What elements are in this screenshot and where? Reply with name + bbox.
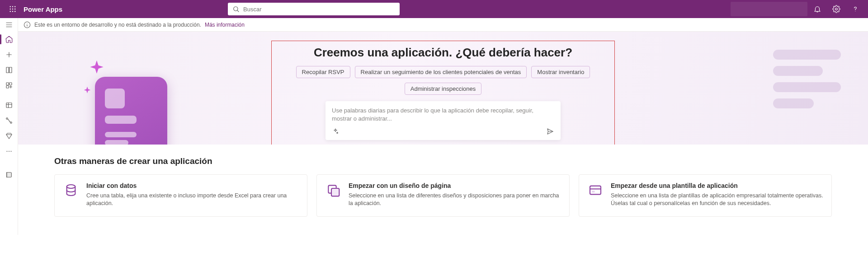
send-icon	[546, 127, 554, 136]
environment-switcher[interactable]	[731, 2, 807, 16]
card-desc: Cree una tabla, elija una existente o in…	[86, 192, 299, 207]
search-wrapper	[228, 3, 400, 15]
hamburger-icon	[5, 21, 13, 29]
notifications-button[interactable]	[808, 0, 826, 18]
svg-point-1	[12, 6, 13, 7]
chip-rsvp[interactable]: Recopilar RSVP	[296, 66, 350, 78]
chip-sales-leads[interactable]: Realizar un seguimiento de los clientes …	[355, 66, 527, 78]
info-bar-link[interactable]: Más información	[205, 22, 245, 28]
svg-rect-14	[9, 83, 11, 85]
chip-inspections[interactable]: Administrar inspecciones	[405, 83, 482, 95]
sparkle-attach-icon[interactable]	[332, 128, 339, 135]
info-icon	[24, 21, 31, 28]
svg-point-3	[10, 9, 11, 9]
svg-point-22	[67, 185, 75, 188]
apps-icon	[5, 81, 13, 89]
copilot-prompt-placeholder: Use palabras diarias para describir lo q…	[332, 107, 554, 123]
hero-illustration	[95, 77, 181, 145]
template-icon	[587, 182, 604, 198]
chip-inventory[interactable]: Mostrar inventario	[531, 66, 590, 78]
suggestion-chips: Recopilar RSVP Realizar un seguimiento d…	[276, 66, 610, 95]
card-title: Empezar desde una plantilla de aplicació…	[611, 182, 823, 189]
app-header: Power Apps	[0, 0, 868, 18]
svg-rect-15	[6, 86, 9, 88]
flow-icon	[5, 117, 13, 125]
search-icon	[232, 5, 240, 13]
app-launcher-button[interactable]	[4, 0, 22, 18]
data-icon	[63, 182, 79, 198]
nav-solutions[interactable]	[0, 128, 18, 144]
nav-more[interactable]	[0, 144, 18, 159]
help-button[interactable]	[846, 0, 864, 18]
main-content: Creemos una aplicación. ¿Qué debería hac…	[18, 32, 868, 235]
power-platform-icon	[5, 171, 13, 179]
svg-point-4	[12, 9, 13, 9]
section-heading: Otras maneras de crear una aplicación	[54, 156, 832, 166]
card-start-from-template[interactable]: Empezar desde una plantilla de aplicació…	[579, 174, 832, 217]
book-icon	[5, 66, 13, 74]
card-desc: Seleccione en una lista de plantillas de…	[611, 192, 823, 207]
gear-icon	[832, 5, 840, 13]
sparkle-icon	[82, 86, 92, 96]
nav-flows[interactable]	[0, 113, 18, 128]
svg-point-9	[234, 7, 238, 11]
nav-create[interactable]	[0, 47, 18, 62]
svg-rect-16	[6, 103, 12, 108]
waffle-icon	[9, 5, 17, 13]
hamburger-button[interactable]	[0, 18, 18, 32]
nav-apps[interactable]	[0, 78, 18, 93]
search-input[interactable]	[228, 3, 400, 15]
svg-point-10	[835, 8, 838, 10]
svg-rect-13	[6, 83, 9, 85]
svg-point-8	[14, 11, 15, 12]
svg-point-5	[14, 9, 15, 9]
home-icon	[5, 35, 13, 43]
hero-title: Creemos una aplicación. ¿Qué debería hac…	[276, 46, 610, 60]
hero-highlight-box: Creemos una aplicación. ¿Qué debería hac…	[271, 41, 615, 145]
settings-button[interactable]	[827, 0, 845, 18]
bell-icon	[813, 5, 821, 13]
svg-point-2	[14, 6, 15, 7]
layout-icon	[325, 182, 341, 198]
nav-home[interactable]	[0, 32, 18, 47]
svg-point-20	[9, 151, 9, 152]
brand-title: Power Apps	[24, 5, 62, 13]
more-icon	[5, 147, 13, 155]
svg-rect-25	[590, 186, 601, 195]
left-nav	[0, 32, 18, 235]
info-bar: Este es un entorno de desarrollo y no es…	[18, 18, 868, 32]
nav-tables[interactable]	[0, 98, 18, 113]
help-icon	[851, 5, 859, 13]
table-icon	[5, 101, 13, 109]
send-button[interactable]	[546, 127, 554, 136]
svg-point-11	[855, 11, 855, 11]
card-start-with-page-design[interactable]: Empezar con un diseño de página Seleccio…	[316, 174, 570, 217]
solutions-icon	[5, 132, 13, 140]
svg-point-7	[12, 11, 13, 12]
copilot-prompt-box[interactable]: Use palabras diarias para describir lo q…	[326, 101, 561, 140]
card-desc: Seleccione en una lista de diferentes di…	[349, 192, 561, 207]
svg-point-21	[10, 151, 11, 152]
svg-rect-26	[592, 191, 595, 192]
sparkle-icon	[87, 59, 107, 79]
svg-point-0	[10, 6, 11, 7]
nav-learn[interactable]	[0, 62, 18, 78]
card-title: Iniciar con datos	[86, 182, 299, 189]
svg-rect-24	[331, 188, 339, 196]
hero-illustration-right	[773, 50, 841, 108]
header-right-group	[731, 0, 864, 18]
svg-point-19	[6, 151, 7, 152]
plus-icon	[5, 51, 13, 59]
card-start-with-data[interactable]: Iniciar con datos Cree una tabla, elija …	[54, 174, 307, 217]
svg-point-6	[10, 11, 11, 12]
info-bar-text: Este es un entorno de desarrollo y no es…	[34, 22, 201, 28]
nav-power-platform[interactable]	[0, 167, 18, 182]
card-title: Empezar con un diseño de página	[349, 182, 561, 189]
hero-section: Creemos una aplicación. ¿Qué debería hac…	[18, 32, 868, 145]
other-ways-section: Otras maneras de crear una aplicación In…	[18, 145, 868, 235]
